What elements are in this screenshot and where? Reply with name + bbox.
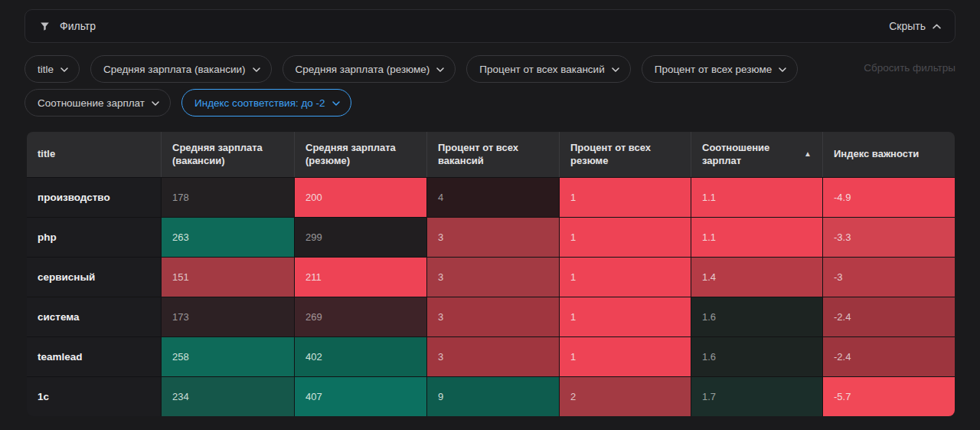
- value-cell: 1: [560, 177, 691, 217]
- table-row: teamlead258402311.6-2.4: [27, 336, 955, 376]
- value-cell: 1.7: [691, 376, 823, 416]
- filter-chip-4[interactable]: Процент от всех резюме: [642, 55, 799, 83]
- reset-filters-button[interactable]: Сбросить фильтры: [864, 62, 956, 74]
- value-cell: 3: [427, 257, 560, 297]
- filter-chip-3[interactable]: Процент от всех вакансий: [466, 55, 630, 83]
- row-title-cell: 1c: [27, 376, 162, 416]
- filter-panel-title: Фильтр: [60, 20, 96, 32]
- value-cell: -4.9: [823, 177, 955, 217]
- value-cell: 173: [162, 297, 295, 336]
- filter-chip-label: Индекс соответствия: до -2: [194, 97, 325, 109]
- value-cell: 211: [295, 257, 427, 297]
- column-header-label: Соотношение зарплат: [702, 142, 799, 167]
- table-row: 1c234407921.7-5.7: [27, 376, 955, 416]
- value-cell: -5.7: [823, 376, 955, 416]
- collapse-label: Скрыть: [889, 20, 926, 32]
- value-cell: 4: [427, 177, 560, 217]
- chevron-down-icon: [253, 67, 260, 72]
- filter-chips-area: titleСредняя зарплата (вакансии)Средняя …: [24, 55, 956, 117]
- table-row: производство178200411.1-4.9: [27, 177, 955, 217]
- filter-panel-header: Фильтр Скрыть: [24, 9, 956, 43]
- collapse-filters-button[interactable]: Скрыть: [889, 20, 941, 32]
- chevron-up-icon: [933, 24, 941, 29]
- chevron-down-icon: [612, 67, 619, 72]
- value-cell: 258: [162, 336, 295, 376]
- value-cell: 200: [295, 177, 427, 217]
- column-header-0[interactable]: title: [27, 132, 162, 177]
- chevron-down-icon: [332, 101, 340, 106]
- value-cell: 3: [427, 336, 560, 376]
- chevron-down-icon: [60, 67, 68, 72]
- filter-chip-5[interactable]: Соотношение зарплат: [24, 89, 171, 117]
- value-cell: 178: [162, 177, 295, 217]
- filter-chip-1[interactable]: Средняя зарплата (вакансии): [90, 55, 272, 83]
- filter-chip-label: Процент от всех вакансий: [479, 64, 604, 75]
- column-header-label: Процент от всех резюме: [570, 142, 680, 167]
- value-cell: 1: [560, 297, 691, 336]
- column-header-1[interactable]: Средняя зарплата (вакансии): [162, 132, 295, 177]
- value-cell: 1: [560, 336, 691, 376]
- filter-chips: titleСредняя зарплата (вакансии)Средняя …: [24, 55, 836, 117]
- table-header-row: titleСредняя зарплата (вакансии)Средняя …: [27, 132, 955, 177]
- column-header-label: Процент от всех вакансий: [438, 142, 548, 167]
- filter-chip-label: Соотношение зарплат: [38, 97, 145, 109]
- chevron-down-icon: [436, 67, 444, 72]
- sort-asc-icon: ▲: [804, 149, 812, 159]
- column-header-label: Средняя зарплата (вакансии): [172, 142, 283, 167]
- filter-chip-label: Средняя зарплата (резюме): [296, 64, 430, 75]
- value-cell: 3: [427, 297, 560, 336]
- value-cell: 1.4: [691, 257, 823, 297]
- column-header-5[interactable]: Соотношение зарплат▲: [691, 132, 823, 177]
- value-cell: 1.1: [691, 217, 823, 257]
- column-header-4[interactable]: Процент от всех резюме: [560, 132, 691, 177]
- column-header-label: title: [38, 148, 150, 160]
- value-cell: 269: [295, 297, 427, 336]
- value-cell: 3: [427, 217, 560, 257]
- column-header-label: Индекс важности: [834, 148, 944, 160]
- results-table: titleСредняя зарплата (вакансии)Средняя …: [27, 132, 955, 416]
- value-cell: 263: [162, 217, 295, 257]
- row-title-cell: производство: [27, 177, 162, 217]
- value-cell: 151: [162, 257, 295, 297]
- column-header-3[interactable]: Процент от всех вакансий: [427, 132, 560, 177]
- value-cell: -3.3: [823, 217, 955, 257]
- value-cell: 402: [295, 336, 427, 376]
- value-cell: 234: [162, 376, 295, 416]
- filter-chip-label: Процент от всех резюме: [655, 64, 773, 75]
- value-cell: -2.4: [823, 336, 955, 376]
- table-row: сервисный151211311.4-3: [27, 257, 955, 297]
- value-cell: 407: [295, 376, 427, 416]
- table-row: php263299311.1-3.3: [27, 217, 955, 257]
- funnel-icon: [39, 21, 51, 32]
- column-header-2[interactable]: Средняя зарплата (резюме): [295, 132, 427, 177]
- row-title-cell: система: [27, 297, 162, 336]
- value-cell: 299: [295, 217, 427, 257]
- column-header-6[interactable]: Индекс важности: [823, 132, 955, 177]
- column-header-label: Средняя зарплата (резюме): [305, 142, 416, 167]
- value-cell: 1.6: [691, 336, 823, 376]
- filter-chip-0[interactable]: title: [24, 55, 80, 83]
- filter-chip-label: Средняя зарплата (вакансии): [103, 64, 246, 75]
- value-cell: 9: [427, 376, 560, 416]
- value-cell: -3: [823, 257, 955, 297]
- row-title-cell: сервисный: [27, 257, 162, 297]
- value-cell: 1: [560, 257, 691, 297]
- table-body: производство178200411.1-4.9php263299311.…: [27, 177, 955, 416]
- value-cell: -2.4: [823, 297, 955, 336]
- row-title-cell: php: [27, 217, 162, 257]
- filter-chip-6[interactable]: Индекс соответствия: до -2: [181, 89, 351, 117]
- filter-chip-2[interactable]: Средняя зарплата (резюме): [283, 55, 456, 83]
- chevron-down-icon: [779, 67, 786, 72]
- value-cell: 1.6: [691, 297, 823, 336]
- value-cell: 2: [560, 376, 691, 416]
- chevron-down-icon: [152, 101, 159, 106]
- value-cell: 1.1: [691, 177, 823, 217]
- table-row: система173269311.6-2.4: [27, 297, 955, 336]
- value-cell: 1: [560, 217, 691, 257]
- filter-chip-label: title: [38, 64, 54, 75]
- row-title-cell: teamlead: [27, 336, 162, 376]
